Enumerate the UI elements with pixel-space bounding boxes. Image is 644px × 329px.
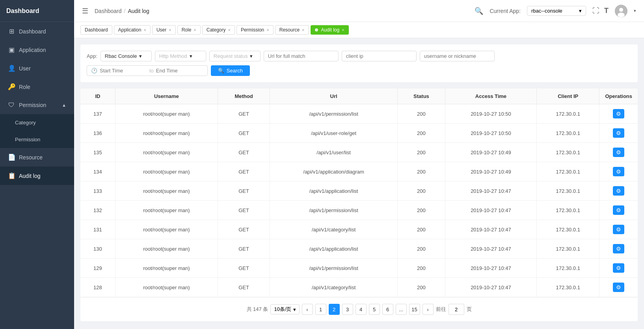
cell-username: root/root(super man)	[115, 104, 218, 124]
sidebar-label-application: Application	[19, 47, 46, 53]
tab-application[interactable]: Application ×	[114, 25, 151, 35]
ops-button[interactable]: ⚙	[613, 167, 624, 176]
cell-access-time: 2019-10-27 10:47	[445, 201, 537, 220]
app-selector[interactable]: rbac--console ▾	[527, 6, 586, 16]
table-row: 129 root/root(super man) GET /api/v1/per…	[80, 259, 638, 278]
start-time-input[interactable]	[100, 68, 147, 74]
table-row: 131 root/root(super man) GET /api/v1/cat…	[80, 220, 638, 239]
global-search-icon[interactable]: 🔍	[475, 7, 483, 15]
page-btn-1[interactable]: 1	[315, 304, 326, 315]
page-btn-5[interactable]: 5	[369, 304, 380, 315]
cell-method: GET	[218, 239, 270, 259]
col-id: ID	[80, 89, 115, 104]
page-btn-2[interactable]: 2	[329, 304, 340, 315]
topbar-icons: ⛶ T	[592, 7, 609, 15]
tab-close-user[interactable]: ×	[169, 28, 171, 32]
cell-url: /api/v1/permission/list	[270, 259, 398, 278]
cell-client-ip: 172.30.0.1	[536, 143, 599, 162]
sidebar-item-role[interactable]: 🔑 Role	[0, 78, 74, 96]
page-btn-6[interactable]: 6	[382, 304, 393, 315]
cell-id: 131	[80, 220, 115, 239]
cell-method: GET	[218, 162, 270, 181]
cell-url: /api/v1/permission/list	[270, 201, 398, 220]
cell-url: /api/v1/application/list	[270, 181, 398, 201]
tab-close-resource[interactable]: ×	[302, 28, 304, 32]
username-filter-input[interactable]	[420, 51, 495, 61]
sidebar-item-audit-log[interactable]: 📋 Audit log	[0, 166, 74, 185]
tab-close-permission[interactable]: ×	[266, 28, 269, 32]
sidebar-item-permission[interactable]: 🛡 Permission ▲	[0, 96, 74, 114]
tab-close-audit-log[interactable]: ×	[342, 28, 344, 32]
avatar-dropdown-icon[interactable]: ▾	[634, 8, 636, 13]
ops-button[interactable]: ⚙	[613, 186, 624, 196]
tab-close-application[interactable]: ×	[143, 28, 146, 32]
main-area: ☰ Dashboard / Audit log 🔍 Current App: r…	[74, 0, 644, 329]
tab-permission[interactable]: Permission ×	[236, 25, 274, 35]
cell-method: GET	[218, 259, 270, 278]
cell-username: root/root(super man)	[115, 143, 218, 162]
tab-category[interactable]: Category ×	[202, 25, 235, 35]
goto-input[interactable]	[449, 304, 464, 315]
sidebar-item-category[interactable]: Category	[0, 114, 74, 131]
page-btn-15[interactable]: 15	[409, 304, 420, 315]
col-username: Username	[115, 89, 218, 104]
app-value: rbac--console	[531, 8, 562, 14]
menu-icon[interactable]: ☰	[82, 7, 88, 15]
next-page-btn[interactable]: ›	[423, 304, 434, 315]
sidebar-label-permission: Permission	[19, 102, 46, 108]
per-page-value: 10条/页	[274, 306, 291, 313]
sidebar-item-user[interactable]: 👤 User	[0, 59, 74, 78]
ops-button[interactable]: ⚙	[613, 225, 624, 234]
tab-resource[interactable]: Resource ×	[275, 25, 309, 35]
font-size-icon[interactable]: T	[604, 7, 609, 15]
per-page-select[interactable]: 10条/页 ▾	[270, 304, 299, 314]
page-btn-3[interactable]: 3	[342, 304, 353, 315]
ops-button[interactable]: ⚙	[613, 128, 624, 138]
ops-button[interactable]: ⚙	[613, 263, 624, 273]
avatar[interactable]	[615, 5, 627, 17]
cell-method: GET	[218, 201, 270, 220]
tab-role[interactable]: Role ×	[177, 25, 201, 35]
ops-button[interactable]: ⚙	[613, 148, 624, 157]
request-status-select[interactable]: Request status ▾	[209, 51, 261, 61]
sidebar-item-permission-sub[interactable]: Permission	[0, 131, 74, 148]
cell-status: 200	[397, 104, 445, 124]
cell-id: 133	[80, 181, 115, 201]
breadcrumb-home[interactable]: Dashboard	[95, 8, 122, 14]
tab-dashboard[interactable]: Dashboard	[80, 25, 112, 35]
tab-audit-log[interactable]: Audit log ×	[311, 25, 349, 35]
cell-username: root/root(super man)	[115, 239, 218, 259]
tab-close-category[interactable]: ×	[228, 28, 230, 32]
fullscreen-icon[interactable]: ⛶	[592, 7, 599, 15]
ops-button[interactable]: ⚙	[613, 244, 624, 253]
cell-access-time: 2019-10-27 10:47	[445, 220, 537, 239]
sidebar-item-dashboard[interactable]: ⊞ Dashboard	[0, 22, 74, 41]
client-ip-filter-input[interactable]	[342, 51, 417, 61]
prev-page-btn[interactable]: ‹	[302, 304, 313, 315]
sidebar-item-application[interactable]: ▣ Application	[0, 41, 74, 59]
tab-user[interactable]: User ×	[152, 25, 176, 35]
cell-client-ip: 172.30.0.1	[536, 124, 599, 143]
http-method-placeholder: Http Method	[159, 53, 187, 59]
filter-row-2: 🕐 to 🔍 Search	[87, 65, 631, 76]
ops-button[interactable]: ⚙	[613, 109, 624, 118]
cell-username: root/root(super man)	[115, 124, 218, 143]
sidebar-label-audit-log: Audit log	[19, 173, 40, 179]
url-filter-input[interactable]	[264, 51, 339, 61]
search-button[interactable]: 🔍 Search	[211, 65, 250, 76]
app-filter-select[interactable]: Rbac Console ▾	[101, 51, 152, 61]
ops-button[interactable]: ⚙	[613, 283, 624, 292]
chevron-up-icon: ▲	[62, 103, 66, 107]
sidebar-item-resource[interactable]: 📄 Resource	[0, 148, 74, 166]
http-method-select[interactable]: Http Method ▾	[155, 51, 206, 61]
tab-close-role[interactable]: ×	[194, 28, 196, 32]
cell-status: 200	[397, 278, 445, 297]
ops-button[interactable]: ⚙	[613, 205, 624, 215]
cell-access-time: 2019-10-27 10:49	[445, 162, 537, 181]
dashboard-icon: ⊞	[8, 28, 15, 35]
page-btn-4[interactable]: 4	[356, 304, 367, 315]
cell-status: 200	[397, 220, 445, 239]
cell-method: GET	[218, 278, 270, 297]
end-time-input[interactable]	[156, 68, 203, 74]
cell-client-ip: 172.30.0.1	[536, 220, 599, 239]
